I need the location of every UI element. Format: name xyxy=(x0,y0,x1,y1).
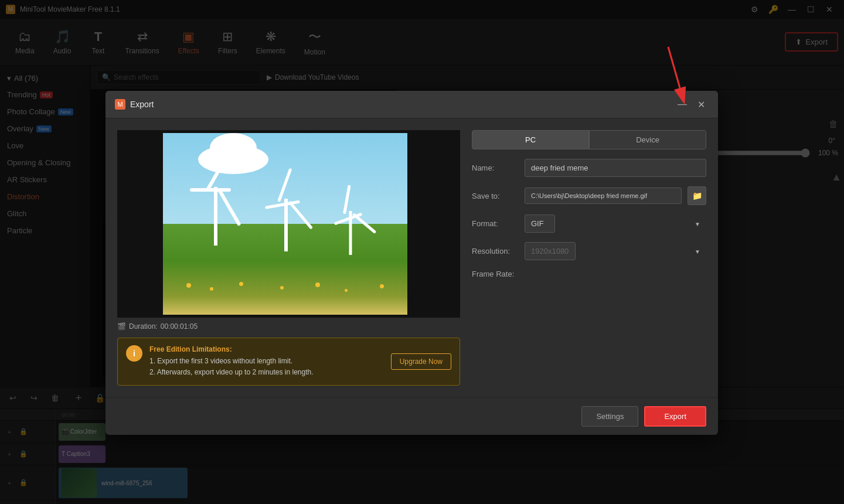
save-to-label: Save to: xyxy=(472,192,519,200)
modal-body: 🎬 Duration: 00:00:01:05 i Free Edition L… xyxy=(106,118,718,397)
video-scene xyxy=(163,133,415,315)
duration-value: 00:00:01:05 xyxy=(161,322,198,331)
format-select[interactable]: GIF MP4 AVI MOV xyxy=(525,214,555,233)
modal-minimize-btn[interactable]: — xyxy=(675,97,690,112)
name-input[interactable] xyxy=(525,159,706,177)
film-icon: 🎬 xyxy=(117,322,126,331)
modal-header: M Export — ✕ xyxy=(106,91,718,118)
svg-line-1 xyxy=(668,47,680,88)
limitations-text: Free Edition Limitations: 1. Export the … xyxy=(149,345,384,378)
black-left-panel xyxy=(117,130,155,318)
flowers xyxy=(163,273,415,297)
limitation-line1: 1. Export the first 3 videos without len… xyxy=(149,356,384,367)
modal-icon: M xyxy=(115,99,125,110)
modal-preview: 🎬 Duration: 00:00:01:05 i Free Edition L… xyxy=(117,130,460,386)
resolution-label: Resolution: xyxy=(472,247,519,256)
red-arrow-export-modal xyxy=(762,352,797,387)
format-label: Format: xyxy=(472,219,519,228)
save-to-input[interactable] xyxy=(525,188,682,204)
scene-ground xyxy=(163,224,415,315)
upgrade-now-btn[interactable]: Upgrade Now xyxy=(391,353,451,370)
limitation-line2: 2. Afterwards, export video up to 2 minu… xyxy=(149,367,384,378)
resolution-select-wrap: 1920x1080 1280x720 854x480 xyxy=(525,242,706,260)
export-modal: M Export — ✕ xyxy=(106,91,718,435)
export-footer-btn[interactable]: Export xyxy=(644,406,706,427)
save-to-row: Save to: 📁 xyxy=(472,186,706,205)
limitations-icon: i xyxy=(126,345,142,362)
modal-close-btn[interactable]: ✕ xyxy=(693,97,709,112)
format-select-wrap: GIF MP4 AVI MOV xyxy=(525,214,706,233)
preview-video xyxy=(117,130,460,318)
resolution-row: Resolution: 1920x1080 1280x720 854x480 xyxy=(472,242,706,260)
limitations-banner: i Free Edition Limitations: 1. Export th… xyxy=(117,338,460,386)
frame-rate-label: Frame Rate: xyxy=(472,270,519,278)
pc-tab[interactable]: PC xyxy=(472,130,589,149)
modal-title: Export xyxy=(130,100,154,109)
name-label: Name: xyxy=(472,164,519,172)
modal-overlay: M Export — ✕ xyxy=(0,0,844,504)
modal-title-area: M Export xyxy=(115,99,154,110)
folder-browse-btn[interactable]: 📁 xyxy=(688,186,706,205)
scene-sky xyxy=(163,133,415,233)
modal-footer: Settings Export xyxy=(106,397,718,435)
black-right-panel xyxy=(407,130,460,318)
resolution-select[interactable]: 1920x1080 1280x720 854x480 xyxy=(525,242,576,260)
modal-controls[interactable]: — ✕ xyxy=(675,97,709,112)
settings-footer-btn[interactable]: Settings xyxy=(581,406,638,427)
preview-duration: 🎬 Duration: 00:00:01:05 xyxy=(117,318,460,331)
limitations-list: 1. Export the first 3 videos without len… xyxy=(149,356,384,378)
name-row: Name: xyxy=(472,159,706,177)
scene-cloud xyxy=(198,145,268,174)
duration-label: Duration: xyxy=(129,322,158,331)
format-row: Format: GIF MP4 AVI MOV xyxy=(472,214,706,233)
limitations-title: Free Edition Limitations: xyxy=(149,345,384,353)
device-tab[interactable]: Device xyxy=(589,130,706,149)
modal-options: PC Device Name: Save to: 📁 Format: xyxy=(472,130,706,386)
frame-rate-row: Frame Rate: xyxy=(472,270,706,278)
device-tabs: PC Device xyxy=(472,130,706,149)
